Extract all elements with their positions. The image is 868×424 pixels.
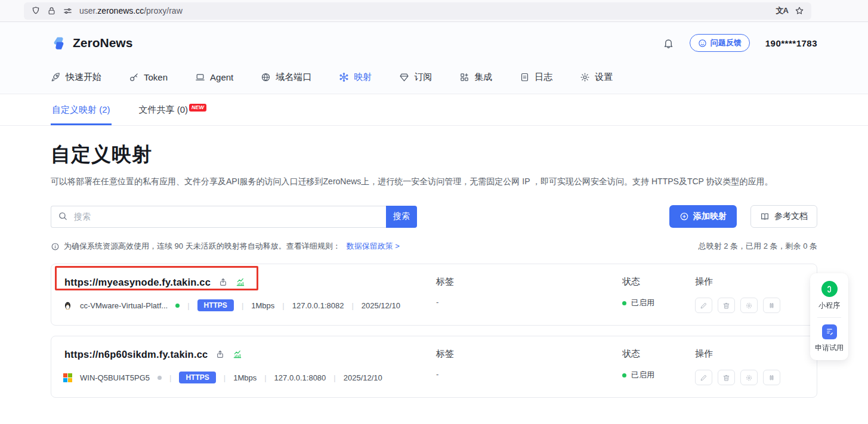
settings-button[interactable]	[740, 298, 758, 313]
agent-status-dot	[175, 304, 180, 308]
nav-label: 域名端口	[276, 72, 311, 83]
share-icon[interactable]	[215, 349, 225, 359]
nav-item-quickstart[interactable]: 快速开始	[51, 72, 101, 83]
traffic-chart-icon[interactable]	[236, 277, 245, 287]
nav-label: 日志	[535, 72, 552, 83]
local-address: 127.0.0.1:8080	[274, 373, 326, 382]
search-input[interactable]	[51, 206, 386, 228]
mapping-url[interactable]: https://myeasynode.fy.takin.cc	[64, 277, 211, 288]
nav-item-token[interactable]: Token	[129, 72, 168, 82]
mapping-card: https://n6p60sikdm.fy.takin.cc WIN-Q5BUI…	[51, 336, 817, 398]
nav-item-integrations[interactable]: 集成	[459, 72, 492, 83]
created-date: 2025/12/10	[362, 301, 400, 310]
miniprogram-label: 小程序	[818, 301, 840, 311]
delete-button[interactable]	[718, 298, 735, 313]
actions-header: 操作	[695, 276, 805, 287]
new-badge: NEW	[189, 104, 206, 112]
zeronews-logo-icon	[51, 35, 67, 51]
nav-item-domains[interactable]: 域名端口	[261, 72, 311, 83]
translate-icon[interactable]: 文A	[776, 5, 788, 16]
add-mapping-button[interactable]: 添加映射	[669, 205, 737, 228]
floating-panel: 小程序 申请试用	[810, 273, 848, 360]
nav-item-agent[interactable]: Agent	[195, 72, 233, 82]
status-text: 已启用	[631, 370, 654, 380]
edit-button[interactable]	[695, 298, 712, 313]
key-icon	[129, 72, 139, 82]
main-content: 自定义映射 可以将部署在任意位置的私有应用、文件分享及API服务的访问入口迁移到…	[0, 126, 868, 398]
nav-item-subscribe[interactable]: 订阅	[399, 72, 432, 83]
plus-circle-icon	[679, 212, 689, 221]
traffic-chart-icon[interactable]	[233, 349, 242, 359]
agent-name: WIN-Q5BUI4T5PG5	[80, 373, 150, 382]
miniprogram-item[interactable]: 小程序	[818, 281, 840, 311]
tag-header: 标签	[436, 348, 622, 360]
feedback-button[interactable]: 问题反馈	[690, 34, 750, 52]
browser-chrome: user.zeronews.cc/proxy/raw 文A	[0, 0, 868, 22]
nav-item-logs[interactable]: 日志	[520, 72, 552, 83]
status-dot	[622, 301, 626, 305]
quota-summary: 总映射 2 条，已用 2 条，剩余 0 条	[699, 241, 817, 252]
feedback-label: 问题反馈	[711, 38, 742, 48]
mapping-card: https://myeasynode.fy.takin.cc cc-VMware…	[51, 264, 817, 326]
smiley-icon	[698, 39, 707, 48]
main-nav: 快速开始 Token Agent 域名端口 映射 订阅 集成 日志	[51, 60, 817, 94]
nav-label: 映射	[354, 72, 372, 83]
address-bar[interactable]: user.zeronews.cc/proxy/raw 文A	[24, 2, 811, 20]
search-icon	[58, 211, 68, 221]
trial-label: 申请试用	[815, 343, 844, 353]
miniprogram-icon	[821, 281, 838, 297]
globe-icon	[261, 72, 271, 82]
shield-icon[interactable]	[31, 6, 41, 16]
bandwidth: 1Mbps	[233, 373, 257, 382]
permissions-icon[interactable]	[63, 6, 73, 16]
retention-policy-link[interactable]: 数据保留政策 >	[347, 241, 400, 252]
document-icon	[520, 72, 530, 82]
search-button[interactable]: 搜索	[386, 206, 417, 228]
notice-text: 为确保系统资源高效使用，连续 90 天未活跃的映射将自动释放。查看详细规则：	[64, 241, 341, 252]
actions-header: 操作	[695, 348, 805, 360]
tabbar: 自定义映射 (2) 文件共享 (0)NEW	[0, 94, 868, 126]
tab-custom-mappings[interactable]: 自定义映射 (2)	[51, 94, 112, 125]
brand-logo[interactable]: ZeroNews	[51, 35, 132, 51]
lock-icon[interactable]	[47, 7, 56, 16]
nav-label: 快速开始	[66, 72, 101, 83]
docs-button[interactable]: 参考文档	[750, 205, 817, 228]
toolbar: 搜索 添加映射 参考文档	[51, 205, 817, 228]
agent-status-dot	[157, 376, 162, 380]
status-text: 已启用	[631, 298, 654, 308]
trial-icon	[822, 324, 837, 339]
pause-button[interactable]	[763, 298, 780, 313]
account-phone[interactable]: 190****1783	[765, 38, 817, 48]
brand-name: ZeroNews	[73, 36, 132, 50]
site-header: ZeroNews 问题反馈 190****1783 快速开始 Token	[0, 22, 868, 94]
rocket-icon	[51, 72, 61, 82]
settings-button[interactable]	[740, 370, 758, 385]
divider	[817, 317, 841, 318]
network-icon	[339, 72, 349, 82]
nav-label: 订阅	[414, 72, 432, 83]
nav-item-mappings[interactable]: 映射	[339, 72, 372, 83]
nav-label: Token	[144, 72, 168, 82]
tag-header: 标签	[436, 276, 622, 287]
bell-icon[interactable]	[663, 38, 674, 49]
trial-item[interactable]: 申请试用	[815, 324, 844, 353]
tab-file-share[interactable]: 文件共享 (0)NEW	[138, 94, 208, 125]
page-title: 自定义映射	[51, 141, 817, 168]
laptop-icon	[195, 72, 205, 82]
grid-plus-icon	[459, 72, 469, 82]
local-address: 127.0.0.1:8082	[292, 301, 344, 310]
delete-button[interactable]	[718, 370, 735, 385]
nav-item-settings[interactable]: 设置	[580, 72, 613, 83]
edit-button[interactable]	[695, 370, 712, 385]
star-icon[interactable]	[795, 6, 804, 16]
protocol-badge: HTTPS	[179, 372, 215, 383]
linux-icon	[63, 301, 72, 311]
share-icon[interactable]	[218, 277, 228, 287]
notice-row: 为确保系统资源高效使用，连续 90 天未活跃的映射将自动释放。查看详细规则： 数…	[51, 241, 817, 252]
nav-label: 设置	[595, 72, 613, 83]
status-dot	[622, 373, 626, 377]
mapping-url[interactable]: https://n6p60sikdm.fy.takin.cc	[64, 349, 208, 360]
status-header: 状态	[622, 276, 695, 287]
agent-name: cc-VMware-Virtual-Platf...	[80, 301, 168, 310]
pause-button[interactable]	[763, 370, 780, 385]
